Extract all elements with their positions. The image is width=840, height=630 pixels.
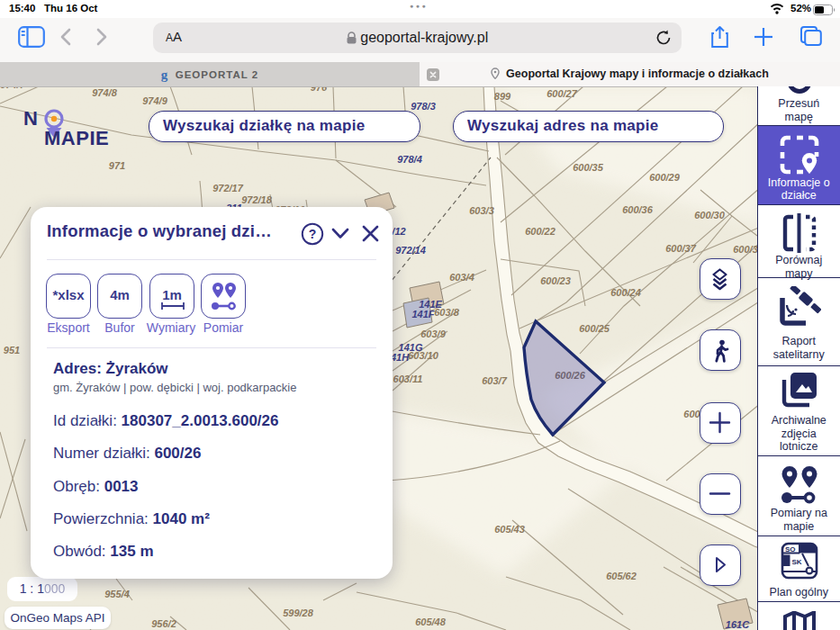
svg-text:600/25: 600/25 — [579, 323, 610, 334]
svg-text:605/62: 605/62 — [606, 571, 637, 581]
svg-text:974/9: 974/9 — [142, 95, 167, 106]
svg-text:605/48: 605/48 — [415, 616, 447, 627]
svg-text:972/14: 972/14 — [395, 245, 426, 256]
svg-text:600/29: 600/29 — [649, 172, 681, 183]
svg-text:599/28: 599/28 — [283, 608, 314, 618]
svg-text:951: 951 — [4, 345, 20, 356]
svg-text:972/17: 972/17 — [212, 183, 244, 194]
svg-text:600/27: 600/27 — [546, 88, 578, 99]
svg-text:603/11: 603/11 — [393, 374, 423, 384]
svg-text:600/37: 600/37 — [665, 243, 697, 254]
svg-text:161C: 161C — [726, 619, 750, 630]
svg-text:978/4: 978/4 — [397, 154, 422, 165]
svg-text:141F: 141F — [411, 309, 434, 320]
svg-text:972/18: 972/18 — [241, 194, 273, 205]
svg-text:?: ? — [309, 227, 317, 241]
svg-text:SO: SO — [785, 545, 796, 554]
svg-text:600/22: 600/22 — [525, 226, 555, 237]
svg-text:974/8: 974/8 — [92, 87, 117, 98]
svg-text:600/35: 600/35 — [573, 162, 604, 173]
svg-text:/12: /12 — [391, 226, 405, 237]
svg-text:899: 899 — [494, 91, 511, 102]
svg-text:600/24: 600/24 — [610, 287, 641, 298]
svg-text:605/43: 605/43 — [494, 524, 525, 535]
svg-text:SK: SK — [792, 558, 802, 566]
svg-text:971: 971 — [109, 160, 125, 171]
svg-text:955/4: 955/4 — [104, 589, 130, 599]
svg-text:978/3: 978/3 — [411, 101, 436, 112]
svg-text:600/3: 600/3 — [733, 244, 758, 255]
svg-text:600/26: 600/26 — [555, 370, 586, 381]
svg-text:974/7: 974/7 — [0, 86, 25, 90]
svg-text:603/7: 603/7 — [482, 375, 507, 386]
svg-text:603/3: 603/3 — [469, 205, 494, 216]
svg-text:600/23: 600/23 — [540, 275, 571, 286]
svg-text:976: 976 — [311, 86, 328, 93]
svg-text:603/4: 603/4 — [449, 272, 474, 283]
svg-text:600/36: 600/36 — [622, 204, 654, 215]
svg-text:603/9: 603/9 — [420, 328, 446, 339]
svg-text:600/30: 600/30 — [694, 210, 726, 220]
svg-text:956/2: 956/2 — [151, 618, 176, 629]
